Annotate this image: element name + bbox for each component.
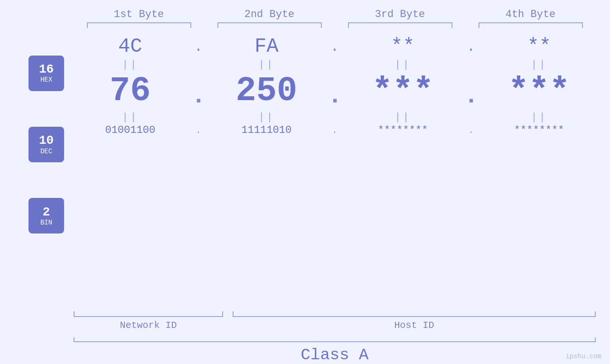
byte3-bracket bbox=[348, 22, 452, 28]
id-brackets bbox=[74, 311, 596, 317]
badges-column: 16 HEX 10 DEC 2 BIN bbox=[19, 33, 74, 308]
bin-dot2: . bbox=[328, 126, 342, 135]
bin-badge: 2 BIN bbox=[28, 198, 64, 233]
hex-badge-num: 16 bbox=[39, 63, 54, 76]
bin-dot1: . bbox=[191, 126, 206, 135]
byte1-header: 1st Byte bbox=[87, 9, 191, 20]
id-labels: Network ID Host ID bbox=[74, 320, 596, 331]
hex-dot1: . bbox=[191, 38, 206, 56]
eq2-b2: || bbox=[214, 112, 319, 123]
byte1-bracket bbox=[87, 22, 191, 28]
eq2-b3: || bbox=[351, 112, 455, 123]
bin-byte2: 11111010 bbox=[214, 124, 319, 136]
bin-byte1: 01001100 bbox=[78, 124, 182, 136]
network-id-label: Network ID bbox=[74, 320, 223, 331]
class-bracket bbox=[74, 337, 596, 342]
dec-row: 76 . 250 . *** . *** bbox=[74, 72, 596, 111]
bin-byte3: ******** bbox=[351, 124, 455, 136]
hex-row: 4C . FA . ** . ** bbox=[74, 35, 596, 58]
host-id-label: Host ID bbox=[233, 320, 596, 331]
hex-dot2: . bbox=[328, 38, 342, 56]
eq1-b2: || bbox=[214, 59, 319, 71]
dec-dot3: . bbox=[464, 73, 478, 110]
hex-byte1: 4C bbox=[78, 35, 182, 58]
dec-badge-num: 10 bbox=[39, 134, 54, 148]
hex-byte3: ** bbox=[351, 35, 455, 58]
byte2-bracket bbox=[217, 22, 322, 28]
bin-byte4: ******** bbox=[487, 124, 591, 136]
bin-badge-label: BIN bbox=[40, 219, 52, 226]
data-grid: 4C . FA . ** . ** || || || || 76 bbox=[74, 33, 596, 308]
byte4-bracket bbox=[479, 22, 583, 28]
eq1-b4: || bbox=[487, 59, 591, 71]
dec-dot2: . bbox=[328, 73, 342, 110]
dec-byte3: *** bbox=[351, 72, 455, 111]
dec-byte1: 76 bbox=[78, 72, 182, 111]
network-id-bracket bbox=[74, 311, 223, 317]
main-content: 16 HEX 10 DEC 2 BIN 4C . FA . ** . ** bbox=[0, 33, 610, 308]
hex-dot3: . bbox=[464, 38, 478, 56]
eq2-b1: || bbox=[78, 112, 182, 123]
byte-headers: 1st Byte 2nd Byte 3rd Byte 4th Byte bbox=[0, 9, 610, 20]
top-brackets bbox=[0, 22, 610, 28]
eq1-b3: || bbox=[351, 59, 455, 71]
host-id-bracket bbox=[233, 311, 596, 317]
class-label: Class A bbox=[74, 346, 596, 364]
watermark: ipshu.com bbox=[565, 353, 601, 360]
dec-dot1: . bbox=[191, 73, 206, 110]
hex-byte4: ** bbox=[487, 35, 591, 58]
equals-row-2: || || || || bbox=[74, 111, 596, 124]
eq1-b1: || bbox=[78, 59, 182, 71]
eq2-b4: || bbox=[487, 112, 591, 123]
equals-row-1: || || || || bbox=[74, 58, 596, 72]
page: 1st Byte 2nd Byte 3rd Byte 4th Byte 16 H… bbox=[0, 0, 610, 364]
hex-badge: 16 HEX bbox=[28, 56, 64, 91]
bottom-id-section: Network ID Host ID bbox=[0, 311, 610, 331]
hex-badge-label: HEX bbox=[40, 76, 52, 84]
dec-badge-label: DEC bbox=[40, 148, 52, 155]
bin-row: 01001100 . 11111010 . ******** . *******… bbox=[74, 124, 596, 136]
byte3-header: 3rd Byte bbox=[348, 9, 452, 20]
hex-byte2: FA bbox=[214, 35, 319, 58]
dec-badge: 10 DEC bbox=[28, 127, 64, 162]
byte4-header: 4th Byte bbox=[479, 9, 583, 20]
bin-dot3: . bbox=[464, 126, 478, 135]
class-section: Class A bbox=[0, 337, 610, 364]
bin-badge-num: 2 bbox=[43, 205, 50, 219]
byte2-header: 2nd Byte bbox=[217, 9, 322, 20]
dec-byte4: *** bbox=[487, 72, 591, 111]
dec-byte2: 250 bbox=[214, 72, 319, 111]
